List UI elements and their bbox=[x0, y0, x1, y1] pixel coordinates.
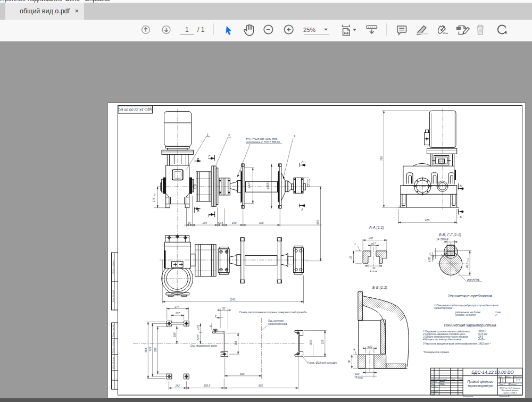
svg-text:107: 107 bbox=[175, 312, 180, 315]
svg-text:8: 8 bbox=[215, 314, 217, 317]
svg-text:БДС-14.22.00.00 ВО: БДС-14.22.00.00 ВО bbox=[118, 107, 153, 112]
svg-text:Г: Г bbox=[209, 155, 211, 158]
svg-text:5 Частота вращения вала электр: 5 Частота вращения вала электродвигателя bbox=[423, 342, 477, 345]
svg-text:8: 8 bbox=[209, 325, 212, 327]
svg-text:468: 468 bbox=[144, 348, 147, 353]
svg-text:ø48 H7/h6: ø48 H7/h6 bbox=[467, 278, 480, 281]
svg-text:3: 3 bbox=[294, 135, 296, 138]
svg-text:Подп. и дата: Подп. и дата bbox=[112, 260, 114, 274]
svg-text:1143: 1143 bbox=[230, 298, 236, 301]
svg-text:ø327: ø327 bbox=[247, 182, 251, 188]
svg-text:№ докум.: № докум. bbox=[440, 379, 447, 381]
svg-text:4 отв.: 4 отв. bbox=[355, 376, 363, 379]
svg-text:9 h9: 9 h9 bbox=[431, 255, 435, 260]
svg-text:Техническая характеристика: Техническая характеристика bbox=[443, 323, 496, 328]
svg-text:Формат А1: Формат А1 bbox=[499, 396, 510, 398]
svg-text:ø17: ø17 bbox=[371, 242, 376, 245]
svg-text:4 отв. Ø18 под штифт: 4 отв. Ø18 под штифт bbox=[307, 361, 337, 364]
svg-text:1: 1 bbox=[354, 242, 356, 246]
svg-text:ø92: ø92 bbox=[369, 237, 373, 240]
svg-text:транспортера: транспортера bbox=[268, 322, 287, 325]
svg-text:БДС-14.22.00.00 ВО: БДС-14.22.00.00 ВО bbox=[471, 370, 514, 375]
svg-text:А: А bbox=[301, 160, 304, 163]
svg-text:Инв № дубл: Инв № дубл bbox=[112, 289, 114, 302]
svg-text:176₋₀.₈: 176₋₀.₈ bbox=[152, 194, 155, 203]
svg-text:угловое, не более: угловое, не более bbox=[455, 314, 476, 316]
svg-text:Лист 1: Лист 1 bbox=[498, 383, 505, 386]
svg-text:Лит.: Лит. bbox=[498, 376, 503, 378]
svg-text:группа СТМ4-1: группа СТМ4-1 bbox=[503, 392, 517, 394]
svg-text:52: 52 bbox=[222, 307, 226, 310]
svg-text:Подп. и дата: Подп. и дата bbox=[112, 340, 114, 354]
svg-text:30: 30 bbox=[347, 360, 351, 363]
svg-text:Копировал: Копировал bbox=[463, 396, 473, 398]
svg-text:Взам. инв №: Взам. инв № bbox=[112, 324, 114, 337]
svg-text:4 кВт: 4 кВт bbox=[478, 338, 485, 341]
svg-text:А-А (1:1): А-А (1:1) bbox=[369, 225, 384, 230]
svg-text:Б-Б (1:1): Б-Б (1:1) bbox=[372, 286, 387, 290]
svg-text:142: 142 bbox=[175, 384, 180, 387]
svg-text:Подп.: Подп. bbox=[451, 379, 456, 381]
svg-text:16,5: 16,5 bbox=[309, 340, 312, 346]
svg-text:*Размеры для справок: *Размеры для справок bbox=[423, 351, 450, 354]
svg-text:2: 2 bbox=[228, 133, 230, 137]
svg-text:Лист: Лист bbox=[434, 379, 439, 381]
svg-text:Привод цепного: Привод цепного bbox=[467, 380, 493, 384]
svg-text:478: 478 bbox=[425, 219, 430, 222]
svg-text:ø19: ø19 bbox=[355, 372, 360, 375]
svg-text:Б: Б bbox=[460, 185, 462, 188]
svg-text:165: 165 bbox=[234, 341, 237, 346]
svg-text:В-В, Г-Г (1:1): В-В, Г-Г (1:1) bbox=[439, 233, 461, 237]
svg-text:160*: 160* bbox=[173, 331, 176, 337]
svg-text:4,85₋₀.₂: 4,85₋₀.₂ bbox=[428, 253, 431, 262]
svg-text:В: В bbox=[197, 210, 200, 213]
svg-text:426: 426 bbox=[148, 347, 152, 351]
svg-text:Фомин: Фомин bbox=[440, 383, 445, 386]
svg-text:300: 300 bbox=[240, 372, 245, 375]
svg-text:305,5: 305,5 bbox=[204, 384, 211, 387]
svg-text:177: 177 bbox=[174, 305, 179, 308]
svg-text:/ 1: / 1 bbox=[197, 26, 205, 34]
svg-text:780: 780 bbox=[380, 156, 383, 161]
svg-text:Г: Г bbox=[208, 215, 210, 218]
svg-text:4 отв.: 4 отв. bbox=[370, 270, 378, 273]
svg-text:Листов 1: Листов 1 bbox=[509, 383, 517, 386]
svg-text:25: 25 bbox=[349, 256, 352, 259]
svg-text:72,5: 72,5 bbox=[196, 325, 200, 330]
svg-text:600: 600 bbox=[316, 220, 319, 225]
svg-text:14 JS9/h9: 14 JS9/h9 bbox=[436, 238, 448, 241]
svg-text:25%: 25% bbox=[303, 27, 315, 33]
svg-text:Т.контр.: Т.контр. bbox=[431, 386, 438, 388]
svg-text:62,5*: 62,5* bbox=[196, 333, 200, 340]
svg-text:300: 300 bbox=[259, 221, 264, 224]
svg-text:Б: Б bbox=[460, 215, 462, 219]
svg-text:Дата: Дата bbox=[458, 379, 463, 381]
svg-text:4 Мощность электродвигателя: 4 Мощность электродвигателя bbox=[423, 338, 461, 341]
svg-text:1°: 1° bbox=[495, 314, 498, 316]
svg-text:210: 210 bbox=[321, 340, 324, 345]
svg-text:204: 204 bbox=[202, 221, 207, 224]
svg-text:390: 390 bbox=[154, 347, 157, 352]
svg-text:транспортера:: транспортера: bbox=[434, 307, 453, 309]
svg-text:Ось приводного вала: Ось приводного вала bbox=[190, 344, 217, 347]
svg-text:Н.контр.: Н.контр. bbox=[431, 391, 438, 393]
svg-text:1: 1 bbox=[207, 133, 209, 136]
svg-text:1: 1 bbox=[185, 26, 189, 34]
svg-text:150: 150 bbox=[232, 221, 237, 224]
svg-text:1: 1 bbox=[353, 347, 355, 350]
svg-text:72₋₀.₇₄: 72₋₀.₇₄ bbox=[307, 179, 310, 187]
svg-text:А: А bbox=[301, 208, 303, 211]
svg-text:49: 49 bbox=[188, 221, 191, 224]
svg-text:Схема расположения опорных пов: Схема расположения опорных поверхностей … bbox=[239, 311, 307, 314]
svg-text:Инв № подл: Инв № подл bbox=[112, 356, 114, 368]
svg-text:В: В bbox=[197, 157, 199, 161]
svg-text:ø363,5: ø363,5 bbox=[266, 181, 269, 189]
svg-text:1410 мин⁻¹: 1410 мин⁻¹ bbox=[478, 342, 491, 345]
svg-text:Разраб.: Разраб. bbox=[431, 381, 437, 383]
svg-text:транспортера: транспортера bbox=[468, 384, 493, 388]
svg-text:исполнение 2, ГОСТ 588-81: исполнение 2, ГОСТ 588-81 bbox=[246, 140, 280, 144]
svg-text:МГТУ им. Н.Э. Баумана: МГТУ им. Н.Э. Баумана bbox=[500, 387, 520, 389]
svg-text:Технические требования: Технические требования bbox=[447, 294, 492, 298]
svg-text:600: 600 bbox=[259, 384, 263, 387]
svg-text:Масса: Масса bbox=[506, 376, 511, 378]
